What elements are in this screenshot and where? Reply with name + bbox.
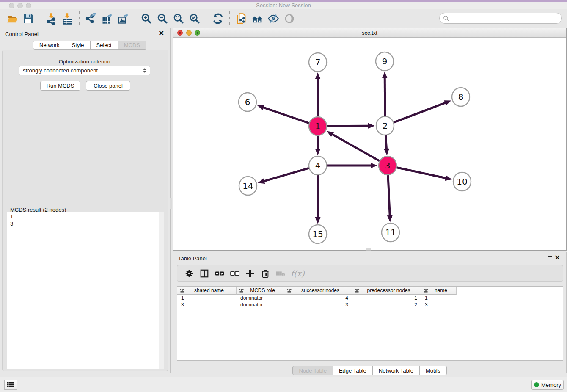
- window-splitter-handle[interactable]: [366, 248, 371, 251]
- open-session-icon[interactable]: [5, 11, 19, 26]
- export-image-icon[interactable]: [116, 11, 130, 26]
- tab-mcds[interactable]: MCDS: [118, 41, 146, 50]
- run-mcds-button[interactable]: Run MCDS: [40, 81, 80, 91]
- node-table[interactable]: shared nameMCDS rolesuccessor nodesprede…: [177, 286, 563, 361]
- home-icon[interactable]: [250, 11, 264, 26]
- select-stepper-icon: [143, 68, 146, 73]
- edge-arrowhead: [444, 100, 451, 105]
- toolbar-separator: [135, 11, 135, 26]
- graph-node-label: 2: [383, 121, 388, 131]
- table-cell[interactable]: 1: [352, 295, 421, 301]
- toolbar-separator: [206, 11, 206, 26]
- edge-arrowhead: [258, 179, 265, 184]
- tab-select[interactable]: Select: [91, 41, 118, 50]
- delete-row-icon[interactable]: [258, 267, 273, 280]
- edge-2-8[interactable]: [393, 102, 446, 122]
- control-panel-title: Control Panel: [5, 31, 39, 37]
- edge-3-11[interactable]: [388, 174, 390, 216]
- table-cell[interactable]: dominator: [237, 301, 284, 308]
- table-row[interactable]: 1dominator411: [177, 295, 563, 301]
- column-header-MCDS-role[interactable]: MCDS role: [237, 287, 284, 295]
- graph-node-label: 10: [457, 177, 467, 187]
- search-icon: [443, 15, 449, 22]
- zoom-out-icon[interactable]: [155, 11, 170, 26]
- float-panel-icon[interactable]: [152, 32, 156, 36]
- memory-button[interactable]: Memory: [531, 380, 564, 390]
- column-settings-icon[interactable]: [182, 267, 197, 280]
- edge-1-6[interactable]: [263, 107, 310, 123]
- table-cell[interactable]: 2: [352, 301, 421, 308]
- zoom-fit-icon[interactable]: [171, 11, 186, 26]
- edge-arrowhead: [315, 72, 321, 79]
- apply-preferred-layout-icon[interactable]: [211, 11, 225, 26]
- close-panel-button[interactable]: Close panel: [86, 81, 130, 91]
- status-menu-button[interactable]: [4, 380, 17, 390]
- table-row[interactable]: 3dominator323: [177, 301, 563, 308]
- table-cell[interactable]: dominator: [237, 295, 284, 301]
- edge-arrowhead: [315, 149, 321, 155]
- column-header-predecessor-nodes[interactable]: predecessor nodes: [352, 287, 421, 295]
- edge-4-14[interactable]: [263, 168, 309, 182]
- table-cell[interactable]: 3: [177, 301, 237, 308]
- table-cell[interactable]: 3: [421, 301, 457, 308]
- tab-motifs[interactable]: Motifs: [420, 366, 447, 375]
- delete-table-icon[interactable]: [273, 267, 288, 280]
- deselect-all-icon[interactable]: [227, 267, 242, 280]
- graph-node-label: 11: [385, 227, 396, 237]
- toolbar-separator: [229, 11, 230, 26]
- network-window-title: scc.txt: [173, 30, 566, 36]
- tab-network-table[interactable]: Network Table: [373, 366, 420, 375]
- toolbar-separator: [40, 11, 40, 26]
- function-builder-icon[interactable]: f(x): [291, 269, 305, 278]
- export-network-icon[interactable]: [84, 11, 98, 26]
- table-cell[interactable]: 1: [421, 295, 457, 301]
- table-cell[interactable]: 1: [177, 295, 237, 301]
- save-session-icon[interactable]: [21, 11, 36, 26]
- float-panel-icon[interactable]: [548, 256, 552, 260]
- edge-3-10[interactable]: [396, 167, 446, 178]
- network-canvas[interactable]: 7968124314101511: [173, 38, 566, 250]
- select-all-icon[interactable]: [212, 267, 227, 280]
- show-hide-view-icon[interactable]: [282, 11, 297, 26]
- edge-arrowhead: [371, 163, 377, 168]
- memory-status-icon: [534, 382, 539, 387]
- zoom-in-icon[interactable]: [139, 11, 154, 26]
- tab-network[interactable]: Network: [33, 41, 66, 50]
- table-header-row: shared nameMCDS rolesuccessor nodesprede…: [177, 287, 563, 295]
- mcds-result-box[interactable]: 13: [7, 212, 164, 369]
- duplicate-network-icon[interactable]: [234, 11, 248, 26]
- table-panel-header: Table Panel ✕: [173, 252, 566, 264]
- column-header-name[interactable]: name: [421, 287, 457, 295]
- mcds-panel: Optimization criterion: strongly connect…: [2, 50, 168, 371]
- status-bar: Memory: [0, 377, 567, 392]
- close-panel-icon[interactable]: ✕: [159, 30, 164, 37]
- search-input[interactable]: [449, 14, 561, 22]
- edge-2-3[interactable]: [385, 134, 386, 149]
- column-header-successor-nodes[interactable]: successor nodes: [284, 287, 352, 295]
- table-cell[interactable]: 3: [284, 301, 352, 308]
- network-window-titlebar[interactable]: × − + scc.txt: [173, 28, 566, 38]
- tab-node-table[interactable]: Node Table: [292, 366, 333, 375]
- edge-2-9[interactable]: [385, 77, 385, 117]
- zoom-selected-icon[interactable]: [187, 11, 202, 26]
- result-scrollbar[interactable]: [159, 212, 164, 369]
- edge-3-1[interactable]: [332, 134, 380, 162]
- edge-arrowhead: [368, 123, 375, 129]
- column-header-shared-name[interactable]: shared name: [177, 287, 237, 295]
- export-table-icon[interactable]: [100, 11, 114, 26]
- search-field[interactable]: [439, 13, 562, 24]
- mcds-result-fieldset: MCDS result (2 nodes) 13: [6, 210, 165, 370]
- show-hide-style-icon[interactable]: [266, 11, 281, 26]
- graph-node-label: 4: [315, 160, 321, 171]
- edge-1-2[interactable]: [326, 126, 369, 126]
- split-panel-icon[interactable]: [197, 267, 212, 280]
- import-table-icon[interactable]: [61, 11, 75, 26]
- add-row-icon[interactable]: [242, 267, 258, 280]
- import-network-icon[interactable]: [44, 11, 59, 26]
- close-panel-icon[interactable]: ✕: [555, 254, 560, 262]
- table-cell[interactable]: 4: [284, 295, 352, 301]
- panel-splitter-handle[interactable]: [170, 198, 172, 209]
- tab-edge-table[interactable]: Edge Table: [333, 366, 373, 375]
- tab-style[interactable]: Style: [66, 41, 91, 50]
- optimization-criterion-select[interactable]: strongly connected component: [19, 66, 150, 75]
